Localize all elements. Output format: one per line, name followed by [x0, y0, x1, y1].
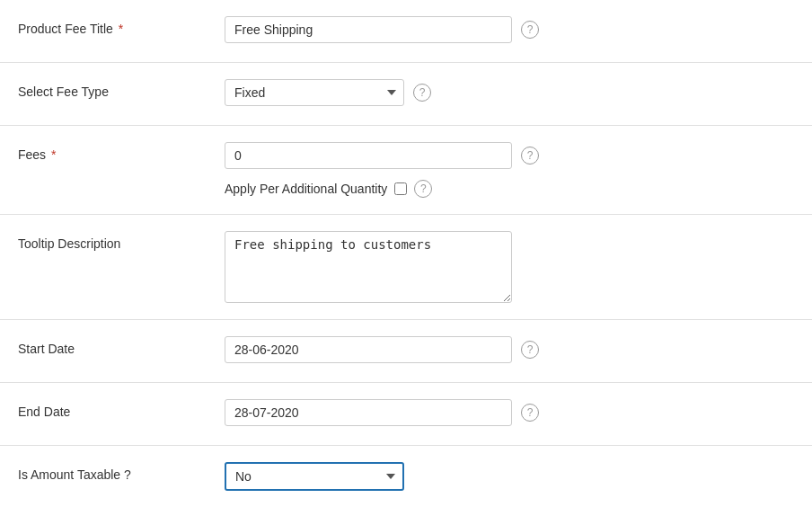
- start-date-label: Start Date: [18, 336, 225, 356]
- start-date-help-icon[interactable]: ?: [521, 341, 539, 359]
- end-date-label: End Date: [18, 399, 225, 419]
- fees-label: Fees *: [18, 142, 225, 162]
- label-text: Fees: [18, 147, 46, 162]
- product-fee-title-row: Product Fee Title * ?: [0, 0, 812, 63]
- is-amount-taxable-label: Is Amount Taxable ?: [18, 462, 225, 482]
- product-fee-title-field: ?: [225, 16, 794, 43]
- apply-per-qty-label: Apply Per Additional Quantity: [225, 182, 387, 196]
- product-fee-title-input[interactable]: [225, 16, 512, 43]
- product-fee-title-label: Product Fee Title *: [18, 16, 225, 36]
- label-text: Select Fee Type: [18, 84, 109, 99]
- end-date-input[interactable]: [225, 399, 512, 426]
- tooltip-description-label: Tooltip Description: [18, 231, 225, 251]
- select-fee-type-input-row: Fixed Percentage ?: [225, 79, 431, 106]
- start-date-input[interactable]: [225, 336, 512, 363]
- select-fee-type-label: Select Fee Type: [18, 79, 225, 99]
- fees-help-icon[interactable]: ?: [521, 147, 539, 165]
- form-container: Product Fee Title * ? Select Fee Type Fi…: [0, 0, 812, 507]
- apply-per-qty-help-icon[interactable]: ?: [414, 180, 432, 198]
- tooltip-description-row: Tooltip Description Free shipping to cus…: [0, 215, 812, 320]
- tooltip-description-textarea[interactable]: Free shipping to customers: [225, 231, 512, 303]
- required-indicator: *: [48, 147, 56, 162]
- is-amount-taxable-input-row: No Yes: [225, 462, 404, 491]
- fees-field: ? Apply Per Additional Quantity ?: [225, 142, 794, 198]
- label-text: Start Date: [18, 342, 75, 356]
- label-text: Tooltip Description: [18, 236, 120, 251]
- tooltip-description-field: Free shipping to customers: [225, 231, 794, 303]
- product-fee-title-input-row: ?: [225, 16, 539, 43]
- is-amount-taxable-field: No Yes: [225, 462, 794, 491]
- select-fee-type-row: Select Fee Type Fixed Percentage ?: [0, 63, 812, 126]
- end-date-row: End Date ?: [0, 383, 812, 446]
- label-text: End Date: [18, 405, 70, 419]
- fees-row: Fees * ? Apply Per Additional Quantity ?: [0, 126, 812, 215]
- apply-per-qty-row: Apply Per Additional Quantity ?: [225, 180, 432, 198]
- fees-input[interactable]: [225, 142, 512, 169]
- apply-per-qty-checkbox[interactable]: [394, 182, 407, 195]
- select-fee-type-select[interactable]: Fixed Percentage: [225, 79, 404, 106]
- label-text: Product Fee Title: [18, 22, 113, 36]
- is-amount-taxable-select[interactable]: No Yes: [225, 462, 404, 491]
- start-date-input-row: ?: [225, 336, 539, 363]
- start-date-row: Start Date ?: [0, 320, 812, 383]
- select-fee-type-field: Fixed Percentage ?: [225, 79, 794, 106]
- product-fee-title-help-icon[interactable]: ?: [521, 21, 539, 39]
- end-date-help-icon[interactable]: ?: [521, 404, 539, 422]
- fees-input-row: ?: [225, 142, 539, 169]
- select-fee-type-help-icon[interactable]: ?: [413, 84, 431, 102]
- label-text: Is Amount Taxable ?: [18, 467, 131, 482]
- required-indicator: *: [115, 22, 123, 36]
- end-date-field: ?: [225, 399, 794, 426]
- is-amount-taxable-row: Is Amount Taxable ? No Yes: [0, 446, 812, 507]
- start-date-field: ?: [225, 336, 794, 363]
- end-date-input-row: ?: [225, 399, 539, 426]
